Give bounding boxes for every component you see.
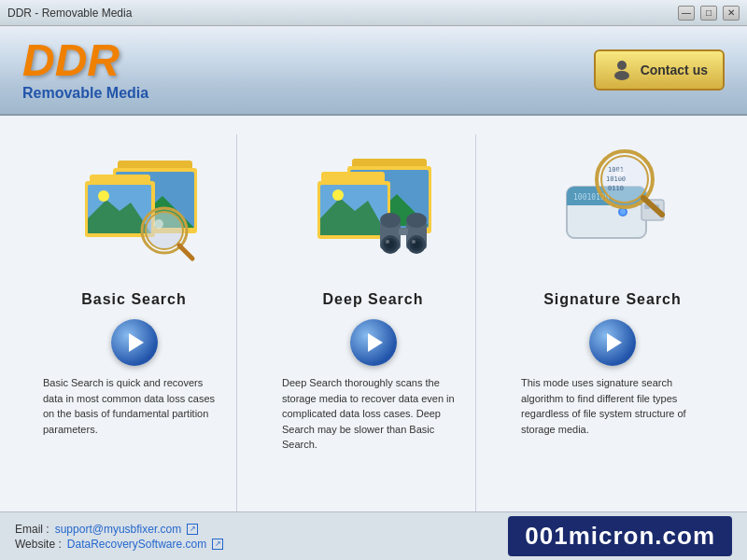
- maximize-button[interactable]: □: [700, 6, 717, 21]
- basic-search-card: Basic Search Basic Search is quick and r…: [32, 134, 237, 511]
- signature-search-card: 10010100 1001 10100 0110 Signature Searc…: [510, 134, 715, 511]
- svg-point-55: [615, 169, 625, 178]
- external-link-icon-2: ↗: [212, 539, 223, 550]
- email-row: Email : support@myusbfixer.com ↗: [15, 523, 223, 536]
- header-logo-area: DDR Removable Media: [22, 38, 148, 102]
- signature-search-icon: 10010100 1001 10100 0110: [538, 134, 687, 284]
- deep-search-title: Deep Search: [323, 291, 424, 308]
- play-icon: [607, 333, 622, 352]
- svg-point-31: [386, 240, 389, 244]
- person-icon: [611, 59, 633, 81]
- svg-point-37: [412, 240, 416, 244]
- signature-search-description: This mode uses signature search algorith…: [521, 375, 704, 437]
- window-controls: — □ ✕: [678, 6, 740, 21]
- external-link-icon: ↗: [187, 524, 198, 535]
- svg-rect-38: [399, 228, 408, 235]
- play-icon: [368, 333, 383, 352]
- deep-search-icon: [299, 134, 448, 284]
- svg-point-33: [406, 213, 427, 228]
- minimize-button[interactable]: —: [678, 6, 695, 21]
- header: DDR Removable Media Contact us: [0, 26, 747, 116]
- svg-line-14: [179, 245, 192, 259]
- svg-point-27: [380, 213, 401, 228]
- contact-label: Contact us: [641, 63, 708, 77]
- deep-search-play-button[interactable]: [350, 319, 397, 366]
- main-content: Basic Search Basic Search is quick and r…: [0, 116, 747, 511]
- svg-point-0: [617, 61, 627, 70]
- search-cards-container: Basic Search Basic Search is quick and r…: [15, 134, 732, 511]
- website-label: Website :: [15, 538, 62, 551]
- titlebar: DDR - Removable Media — □ ✕: [0, 0, 747, 26]
- basic-search-description: Basic Search is quick and recovers data …: [43, 375, 225, 437]
- email-link[interactable]: support@myusbfixer.com: [55, 523, 182, 536]
- website-row: Website : DataRecoverySoftware.com ↗: [15, 538, 223, 551]
- svg-point-1: [614, 71, 629, 80]
- app-subtitle: Removable Media: [22, 85, 148, 102]
- contact-button[interactable]: Contact us: [594, 49, 725, 91]
- play-icon: [129, 333, 144, 352]
- email-label: Email :: [15, 523, 49, 536]
- app-logo: DDR: [22, 38, 148, 83]
- close-button[interactable]: ✕: [723, 6, 740, 21]
- deep-search-description: Deep Search thoroughly scans the storage…: [282, 375, 464, 453]
- basic-search-title: Basic Search: [81, 291, 187, 308]
- svg-point-13: [146, 212, 183, 249]
- svg-point-25: [332, 189, 344, 201]
- window-title: DDR - Removable Media: [7, 7, 132, 20]
- basic-search-play-button[interactable]: [111, 319, 158, 366]
- footer-links: Email : support@myusbfixer.com ↗ Website…: [15, 523, 223, 551]
- basic-search-icon: [60, 134, 209, 284]
- svg-text:0110: 0110: [608, 185, 624, 192]
- signature-search-play-button[interactable]: [589, 319, 636, 366]
- website-link[interactable]: DataRecoverySoftware.com: [67, 538, 206, 551]
- svg-point-47: [620, 209, 626, 215]
- brand-box: 001micron.com: [508, 516, 732, 556]
- svg-point-11: [98, 190, 109, 202]
- footer: Email : support@myusbfixer.com ↗ Website…: [0, 511, 747, 560]
- svg-point-15: [154, 219, 163, 229]
- deep-search-card: Deep Search Deep Search thoroughly scans…: [271, 134, 476, 511]
- signature-search-title: Signature Search: [543, 291, 682, 308]
